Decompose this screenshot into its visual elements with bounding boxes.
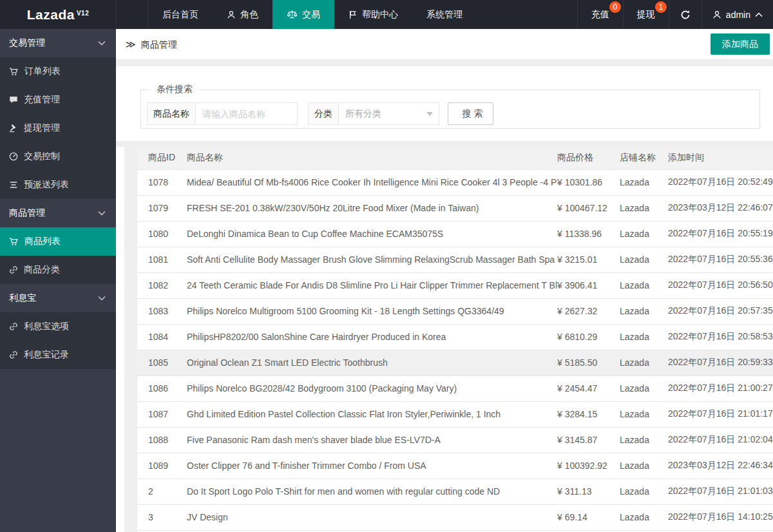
sidebar-item[interactable]: 交易控制 <box>0 142 116 171</box>
search-form: 商品名称 分类 所有分类 搜 索 <box>147 102 493 125</box>
table-cell: Philips Norelco BG2028/42 Bodygroom 3100… <box>187 375 557 401</box>
category-select[interactable]: 所有分类 <box>339 102 439 125</box>
table-row: 1080DeLonghi Dinamica Bean to Cup Coffee… <box>137 221 773 247</box>
cart-icon <box>9 237 19 247</box>
table-cell: 2023年03月12日 22:46:07 <box>668 195 773 221</box>
column-header: 店铺名称 <box>620 147 668 169</box>
table-cell: 3 <box>137 504 187 530</box>
category-label: 分类 <box>308 102 339 125</box>
table-cell: Original Oclean Z1 Smart LED Electric To… <box>187 350 557 375</box>
divider <box>116 141 773 147</box>
table-cell: Oster Clipper 76 and T-finisher Trimmer … <box>187 453 557 479</box>
user-icon <box>712 10 721 19</box>
table-cell: ¥ 2627.32 <box>557 298 620 324</box>
table-cell: Lazada <box>620 169 668 195</box>
notification-badge: 0 <box>609 1 621 13</box>
sidebar-section-header[interactable]: 商品管理 <box>0 199 116 227</box>
table-cell: Lazada <box>620 324 668 350</box>
table-cell: ¥ 3215.01 <box>557 247 620 272</box>
table-left-gutter <box>124 147 137 532</box>
quick-action-label: 充值 <box>591 9 609 21</box>
column-header: 商品价格 <box>557 147 620 169</box>
sidebar-item-label: 交易控制 <box>24 151 60 162</box>
nav-item-label: 角色 <box>240 9 258 21</box>
table-cell: Do It Sport Logo Polo T-Shirt for men an… <box>187 479 557 504</box>
table-row: 1085Original Oclean Z1 Smart LED Electri… <box>137 350 773 375</box>
table-cell: ¥ 3145.87 <box>557 427 620 453</box>
chevron-down-icon <box>98 41 106 46</box>
divider <box>116 59 773 66</box>
nav-item[interactable]: 帮助中心 <box>334 0 412 29</box>
table-row: 1086Philips Norelco BG2028/42 Bodygroom … <box>137 375 773 401</box>
brand-name: Lazada <box>27 7 75 23</box>
table-cell: 2022年07月16日 14:10:25 <box>668 504 773 530</box>
table-cell: 2022年07月16日 21:00:27 <box>668 375 773 401</box>
table-row: 1081Soft Anti Cellulite Body Massager Br… <box>137 247 773 272</box>
products-table: 商品ID商品名称商品价格店铺名称添加时间 1078Midea/ Beautifu… <box>137 147 773 531</box>
table-cell: Lazada <box>620 427 668 453</box>
chevron-down-icon <box>98 296 106 301</box>
table-cell: 1086 <box>137 375 187 401</box>
table-cell: ¥ 69.14 <box>557 504 620 530</box>
sidebar-item-label: 利息宝选项 <box>24 321 69 332</box>
table-cell: DeLonghi Dinamica Bean to Cup Coffee Mac… <box>187 221 557 247</box>
sidebar-item[interactable]: 充值管理 <box>0 86 116 114</box>
nav-item[interactable]: 系统管理 <box>412 0 477 29</box>
sidebar-toggle-button[interactable] <box>116 0 148 29</box>
sidebar-item[interactable]: 提现管理 <box>0 114 116 142</box>
sidebar-item-label: 利息宝记录 <box>24 349 69 361</box>
product-name-input[interactable] <box>196 102 298 125</box>
sidebar-section-header[interactable]: 利息宝 <box>0 284 116 312</box>
quick-action-label: 提现 <box>637 9 655 21</box>
table-cell: 2022年07月16日 20:56:50 <box>668 272 773 298</box>
nav-item[interactable]: 后台首页 <box>148 0 213 29</box>
table-cell: Lazada <box>620 375 668 401</box>
main-nav: 后台首页角色交易帮助中心系统管理 <box>148 0 477 29</box>
table-row: 108224 Teeth Ceramic Blade For Andis D8 … <box>137 272 773 298</box>
comment-icon <box>9 95 18 104</box>
sidebar-item[interactable]: 商品分类 <box>0 256 116 284</box>
gavel-icon <box>9 124 18 133</box>
column-header: 添加时间 <box>668 147 773 169</box>
table-cell: 1087 <box>137 401 187 427</box>
table-cell: Lazada <box>620 247 668 272</box>
brand-version: V12 <box>77 10 89 17</box>
breadcrumb-separator-icon: ≫ <box>126 29 136 59</box>
nav-item[interactable]: 交易 <box>272 0 334 29</box>
table-cell: Lazada <box>620 479 668 504</box>
sidebar-section-header[interactable]: 交易管理 <box>0 29 116 57</box>
table-cell: ¥ 3284.15 <box>557 401 620 427</box>
table-cell: FRESH SE-201 0.38kW/230V/50Hz 20Litre Fo… <box>187 195 557 221</box>
search-button[interactable]: 搜 索 <box>448 102 493 125</box>
user-menu[interactable]: admin <box>701 0 773 29</box>
table-cell: 2022年07月16日 21:01:03 <box>668 479 773 504</box>
table-cell: 1088 <box>137 427 187 453</box>
link-icon <box>9 265 18 274</box>
refresh-button[interactable] <box>669 0 701 29</box>
table-cell: 1080 <box>137 221 187 247</box>
notification-badge: 1 <box>655 1 667 13</box>
table-cell: Lazada <box>620 221 668 247</box>
sidebar-item[interactable]: 利息宝记录 <box>0 341 116 369</box>
nav-item-label: 交易 <box>302 9 320 21</box>
table-cell: JV Design <box>187 504 557 530</box>
table-cell: Soft Anti Cellulite Body Massager Brush … <box>187 247 557 272</box>
table-cell: ¥ 5185.50 <box>557 350 620 375</box>
quick-action[interactable]: 提现1 <box>623 0 669 29</box>
table-cell: Lazada <box>620 453 668 479</box>
table-cell: 1089 <box>137 453 187 479</box>
flag-icon <box>348 10 358 19</box>
sidebar-item[interactable]: 订单列表 <box>0 57 116 86</box>
add-product-button[interactable]: 添加商品 <box>711 33 770 55</box>
sidebar-item[interactable]: 商品列表 <box>0 227 116 256</box>
quick-action[interactable]: 充值0 <box>577 0 623 29</box>
sidebar-item[interactable]: 预派送列表 <box>0 171 116 199</box>
sidebar-item[interactable]: 利息宝选项 <box>0 312 116 341</box>
table-cell: 2022年07月16日 21:02:04 <box>668 427 773 453</box>
nav-item[interactable]: 角色 <box>213 0 272 29</box>
cart-icon <box>9 67 19 77</box>
username: admin <box>726 10 750 20</box>
table-cell: 2022年07月16日 21:01:17 <box>668 401 773 427</box>
gauge-icon <box>9 152 18 161</box>
sidebar-item-label: 订单列表 <box>24 66 61 77</box>
